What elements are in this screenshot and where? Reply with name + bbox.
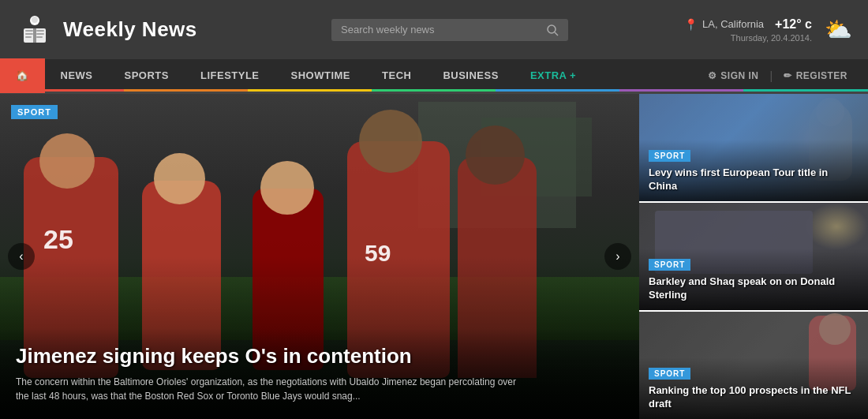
nav-items: 🏠 NEWS SPORTS LIFESTYLE SHOWTIME TECH BU… [0,58,700,93]
sidebar-content-2: SPORT Barkley and Shaq speak on on Donal… [639,249,868,310]
stadium-light [805,203,868,250]
header-right: 📍 LA, California +12° c Thursday, 20.4.2… [663,17,852,43]
chevron-right-icon: › [615,249,619,264]
logo-icon [16,11,54,49]
svg-rect-4 [25,30,33,32]
weather-icon: ⛅ [825,17,852,43]
slider-description: The concern within the Baltimore Orioles… [16,375,521,403]
content-area: 25 59 SPORT ‹ › Jime [0,94,868,419]
svg-rect-9 [36,36,43,38]
location-line: 📍 LA, California +12° c [684,17,812,32]
chevron-left-icon: ‹ [19,249,23,264]
sidebar-item-2[interactable]: SPORT Barkley and Shaq speak on on Donal… [639,203,868,312]
nav-item-tech[interactable]: TECH [366,58,427,93]
sidebar-item-1[interactable]: SPORT Levy wins first European Tour titl… [639,94,868,203]
svg-point-3 [32,17,38,23]
site-header: Weekly News 📍 LA, California +12° c Thur… [0,0,868,59]
sidebar-title-2: Barkley and Shaq speak on on Donald Ster… [649,275,859,302]
search-box[interactable] [331,19,568,41]
svg-rect-7 [36,30,44,32]
nav-item-showtime[interactable]: SHOWTIME [275,58,367,93]
logo-area: Weekly News [16,11,237,49]
date-text: Thursday, 20.4.2014. [731,33,812,43]
jersey-25: 25 [43,224,73,255]
search-input[interactable] [341,24,540,36]
sidebar3-player-head [819,313,851,345]
sign-in-label: SIGN IN [720,70,758,81]
main-sport-badge: SPORT [11,105,58,119]
settings-icon: ⚙ [708,70,717,81]
weather-info: 📍 LA, California +12° c Thursday, 20.4.2… [684,17,812,43]
sidebar-content-3: SPORT Ranking the top 100 prospects in t… [639,357,868,419]
site-title: Weekly News [63,17,197,42]
sidebar-title-3: Ranking the top 100 prospects in the NFL… [649,384,859,411]
sign-in-button[interactable]: ⚙ SIGN IN [700,67,767,84]
search-icon [546,24,559,36]
nav-item-extra[interactable]: EXTRA + [514,58,592,93]
svg-line-11 [555,32,558,36]
sidebar-content-1: SPORT Levy wins first European Tour titl… [639,140,868,201]
temperature: +12° c [775,17,812,32]
slider-title: Jimenez signing keeps O's in contention [16,344,623,368]
nav-item-sports[interactable]: SPORTS [109,58,185,93]
navbar: 🏠 NEWS SPORTS LIFESTYLE SHOWTIME TECH BU… [0,59,868,94]
register-button[interactable]: ✏ REGISTER [776,67,855,84]
sidebar-badge-2: SPORT [649,259,690,271]
svg-point-10 [548,25,556,33]
slider-next-button[interactable]: › [604,243,631,270]
sidebar-item-3[interactable]: SPORT Ranking the top 100 prospects in t… [639,312,868,419]
sidebar: SPORT Levy wins first European Tour titl… [639,94,868,419]
sidebar-badge-3: SPORT [649,368,690,380]
svg-rect-8 [36,33,44,35]
main-slider: 25 59 SPORT ‹ › Jime [0,94,639,419]
svg-rect-5 [25,33,33,35]
location-text: LA, California [702,18,764,30]
pencil-icon: ✏ [784,70,792,81]
nav-item-business[interactable]: BUSINESS [427,58,514,93]
svg-rect-6 [25,36,32,38]
svg-rect-2 [33,28,36,43]
slider-caption: Jimenez signing keeps O's in contention … [0,328,639,419]
slider-prev-button[interactable]: ‹ [8,243,35,270]
register-label: REGISTER [796,70,847,81]
sidebar-title-1: Levy wins first European Tour title in C… [649,166,859,193]
jersey-59: 59 [365,240,391,267]
nav-auth-area: ⚙ SIGN IN | ✏ REGISTER [700,67,868,84]
nav-color-bar [0,89,868,92]
location-pin-icon: 📍 [684,18,698,31]
nav-item-news[interactable]: NEWS [45,58,109,93]
search-area [237,19,663,41]
nav-divider: | [770,69,773,82]
nav-item-home[interactable]: 🏠 [0,58,45,93]
nav-item-lifestyle[interactable]: LIFESTYLE [185,58,275,93]
sidebar-badge-1: SPORT [649,150,690,162]
